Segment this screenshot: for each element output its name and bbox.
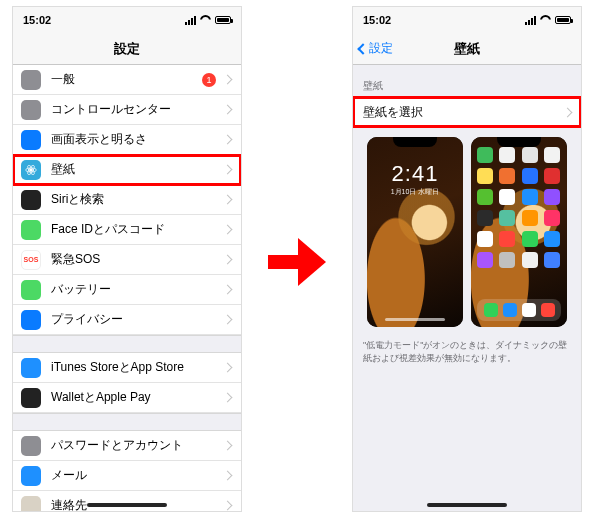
settings-row-display[interactable]: 画面表示と明るさ xyxy=(13,125,241,155)
battery-icon xyxy=(555,16,571,24)
chevron-right-icon xyxy=(563,107,573,117)
status-time: 15:02 xyxy=(23,14,51,26)
chevron-right-icon xyxy=(223,165,233,175)
arrow-icon xyxy=(268,238,328,286)
chevron-right-icon xyxy=(223,471,233,481)
dock-app-icon xyxy=(484,303,498,317)
settings-row-label: Face IDとパスコード xyxy=(51,221,224,238)
settings-row-pass[interactable]: パスワードとアカウント xyxy=(13,431,241,461)
app-icon xyxy=(544,210,560,226)
app-icon xyxy=(499,231,515,247)
status-indicators xyxy=(185,15,231,26)
app-icon xyxy=(522,210,538,226)
settings-row-general[interactable]: 一般1 xyxy=(13,65,241,95)
settings-list-group-2: iTunes StoreとApp StoreWalletとApple Pay xyxy=(13,353,241,413)
general-icon xyxy=(21,70,41,90)
app-icon xyxy=(477,231,493,247)
chevron-right-icon xyxy=(223,441,233,451)
app-icon xyxy=(544,168,560,184)
chevron-right-icon xyxy=(223,285,233,295)
settings-row-batt[interactable]: バッテリー xyxy=(13,275,241,305)
wifi-icon xyxy=(540,15,551,26)
app-icon xyxy=(499,210,515,226)
lock-home-indicator xyxy=(385,318,445,321)
sos-icon: SOS xyxy=(21,250,41,270)
settings-row-cc[interactable]: コントロールセンター xyxy=(13,95,241,125)
signal-icon xyxy=(185,16,196,25)
svg-point-0 xyxy=(29,168,33,172)
home-indicator xyxy=(427,503,507,507)
dock-app-icon xyxy=(541,303,555,317)
app-icon xyxy=(499,147,515,163)
cc-icon xyxy=(21,100,41,120)
app-icon xyxy=(544,147,560,163)
phone-settings: 15:02 設定 一般1コントロールセンター画面表示と明るさ壁紙Siriと検索F… xyxy=(12,6,242,512)
app-icon xyxy=(499,168,515,184)
settings-row-appstore[interactable]: iTunes StoreとApp Store xyxy=(13,353,241,383)
status-indicators xyxy=(525,15,571,26)
face-icon xyxy=(21,220,41,240)
app-icon xyxy=(477,252,493,268)
chevron-right-icon xyxy=(223,315,233,325)
home-screen-preview[interactable] xyxy=(471,137,567,327)
settings-list-group-3: パスワードとアカウントメール連絡先 xyxy=(13,431,241,512)
app-icon xyxy=(477,189,493,205)
app-grid xyxy=(477,147,561,268)
settings-row-label: 壁紙 xyxy=(51,161,224,178)
app-icon xyxy=(522,231,538,247)
back-button[interactable]: 設定 xyxy=(359,40,393,57)
app-icon xyxy=(522,168,538,184)
settings-row-face[interactable]: Face IDとパスコード xyxy=(13,215,241,245)
back-label: 設定 xyxy=(369,40,393,57)
lock-screen-preview[interactable]: 2:41 1月10日 水曜日 xyxy=(367,137,463,327)
settings-row-label: 画面表示と明るさ xyxy=(51,131,224,148)
notch xyxy=(393,137,437,147)
chevron-right-icon xyxy=(223,75,233,85)
wallpaper-previews: 2:41 1月10日 水曜日 xyxy=(353,127,581,333)
nav-bar: 設定 壁紙 xyxy=(353,33,581,65)
app-icon xyxy=(477,168,493,184)
chevron-right-icon xyxy=(223,195,233,205)
chevron-right-icon xyxy=(223,135,233,145)
section-header: 壁紙 xyxy=(353,65,581,97)
group-separator xyxy=(13,335,241,353)
chevron-right-icon xyxy=(223,501,233,511)
battery-icon xyxy=(215,16,231,24)
settings-row-wall[interactable]: 壁紙 xyxy=(13,155,241,185)
page-title: 壁紙 xyxy=(454,40,480,58)
chevron-right-icon xyxy=(223,363,233,373)
settings-row-label: プライバシー xyxy=(51,311,224,328)
contacts-icon xyxy=(21,496,41,513)
display-icon xyxy=(21,130,41,150)
app-icon xyxy=(499,252,515,268)
settings-row-label: 一般 xyxy=(51,71,202,88)
wallet-icon xyxy=(21,388,41,408)
page-title: 設定 xyxy=(114,40,140,58)
settings-row-label: コントロールセンター xyxy=(51,101,224,118)
chevron-right-icon xyxy=(223,255,233,265)
pass-icon xyxy=(21,436,41,456)
app-icon xyxy=(477,147,493,163)
settings-row-contacts[interactable]: 連絡先 xyxy=(13,491,241,512)
settings-row-priv[interactable]: プライバシー xyxy=(13,305,241,335)
settings-row-label: メール xyxy=(51,467,224,484)
chevron-right-icon xyxy=(223,393,233,403)
settings-row-label: 緊急SOS xyxy=(51,251,224,268)
settings-row-sos[interactable]: SOS緊急SOS xyxy=(13,245,241,275)
siri-icon xyxy=(21,190,41,210)
app-icon xyxy=(499,189,515,205)
nav-bar: 設定 xyxy=(13,33,241,65)
settings-list-group-1: 一般1コントロールセンター画面表示と明るさ壁紙Siriと検索Face IDとパス… xyxy=(13,65,241,335)
lock-time: 2:41 xyxy=(367,161,463,187)
signal-icon xyxy=(525,16,536,25)
settings-row-mail[interactable]: メール xyxy=(13,461,241,491)
settings-row-label: Siriと検索 xyxy=(51,191,224,208)
wifi-icon xyxy=(200,15,211,26)
choose-wallpaper-row[interactable]: 壁紙を選択 xyxy=(353,97,581,127)
settings-row-siri[interactable]: Siriと検索 xyxy=(13,185,241,215)
footer-note: "低電力モード"がオンのときは、ダイナミックの壁紙および視差効果が無効になります… xyxy=(353,333,581,370)
wall-icon xyxy=(21,160,41,180)
home-indicator xyxy=(87,503,167,507)
settings-row-wallet[interactable]: WalletとApple Pay xyxy=(13,383,241,413)
group-separator xyxy=(13,413,241,431)
